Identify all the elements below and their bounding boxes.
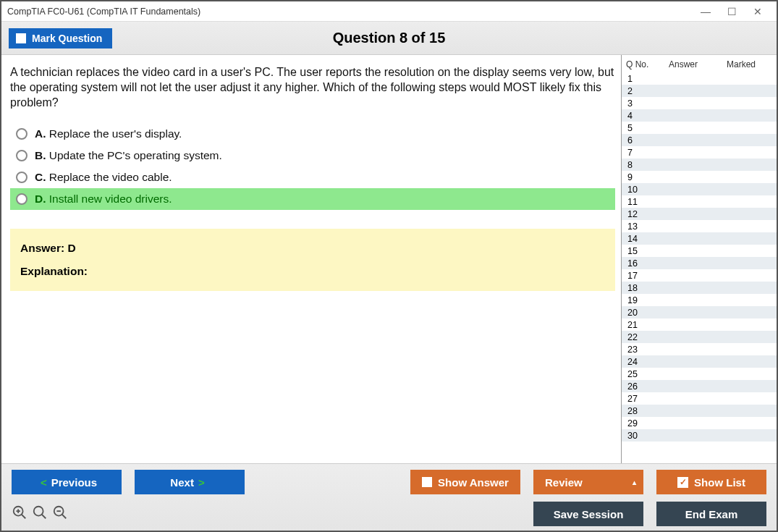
radio-icon (16, 150, 28, 161)
option-label: A. Replace the user's display. (35, 127, 182, 140)
nav-row[interactable]: 14 (622, 232, 777, 245)
end-exam-label: End Exam (685, 508, 738, 520)
zoom-reset-icon[interactable] (32, 504, 48, 523)
nav-row[interactable]: 2 (622, 85, 777, 97)
save-session-button[interactable]: Save Session (533, 502, 643, 526)
show-list-label: Show List (694, 476, 745, 489)
titlebar: CompTIA FC0-U61 (CompTIA IT Fundamentals… (1, 1, 777, 22)
end-exam-button[interactable]: End Exam (656, 502, 766, 526)
option-label: D. Install new video drivers. (35, 193, 172, 206)
nav-row[interactable]: 6 (622, 134, 777, 146)
question-nav-panel: Q No. Answer Marked 12345678910111213141… (621, 55, 777, 463)
nav-header-marked: Marked (709, 59, 774, 69)
nav-row[interactable]: 30 (622, 429, 777, 442)
option-B[interactable]: B. Update the PC's operating system. (10, 145, 615, 166)
show-answer-button[interactable]: Show Answer (410, 470, 520, 494)
svg-line-5 (42, 515, 46, 519)
question-header: Question 8 of 15 (333, 30, 446, 46)
nav-row[interactable]: 27 (622, 392, 777, 405)
maximize-button[interactable]: ☐ (719, 3, 745, 20)
chevron-right-icon: > (198, 476, 205, 489)
question-text: A technician replaces the video card in … (10, 65, 615, 110)
nav-row[interactable]: 3 (622, 97, 777, 109)
svg-line-1 (22, 515, 26, 519)
nav-row[interactable]: 4 (622, 109, 777, 122)
main-column: A technician replaces the video card in … (1, 55, 621, 463)
minimize-button[interactable]: — (693, 3, 719, 20)
options-list: A. Replace the user's display.B. Update … (10, 123, 615, 210)
radio-icon (16, 128, 28, 140)
previous-button[interactable]: < Previous (12, 470, 122, 494)
nav-row[interactable]: 15 (622, 245, 777, 257)
mark-question-label: Mark Question (32, 33, 102, 44)
nav-row[interactable]: 29 (622, 417, 777, 429)
close-button[interactable]: ✕ (745, 3, 771, 20)
review-label: Review (545, 476, 583, 489)
option-D[interactable]: D. Install new video drivers. (10, 188, 615, 210)
show-answer-label: Show Answer (438, 476, 509, 489)
radio-icon (16, 193, 28, 205)
svg-point-4 (34, 507, 43, 516)
nav-row[interactable]: 25 (622, 368, 777, 380)
toolbar: Mark Question Question 8 of 15 (1, 22, 777, 55)
nav-row[interactable]: 22 (622, 331, 777, 343)
nav-row[interactable]: 16 (622, 257, 777, 269)
option-A[interactable]: A. Replace the user's display. (10, 123, 615, 145)
save-session-label: Save Session (554, 508, 624, 520)
nav-row[interactable]: 1 (622, 72, 777, 85)
radio-icon (16, 172, 28, 183)
previous-label: Previous (51, 476, 97, 489)
window-title: CompTIA FC0-U61 (CompTIA IT Fundamentals… (7, 7, 200, 17)
nav-row[interactable]: 19 (622, 294, 777, 306)
checkbox-icon (16, 33, 26, 43)
answer-box: Answer: D Explanation: (10, 229, 615, 291)
chevron-left-icon: < (41, 476, 47, 489)
nav-row[interactable]: 17 (622, 269, 777, 282)
nav-row[interactable]: 8 (622, 159, 777, 171)
nav-row[interactable]: 24 (622, 355, 777, 368)
review-button[interactable]: Review (533, 470, 643, 494)
next-label: Next (170, 476, 194, 489)
next-button[interactable]: Next > (135, 470, 245, 494)
mark-question-button[interactable]: Mark Question (9, 28, 112, 48)
nav-row[interactable]: 20 (622, 306, 777, 318)
nav-row[interactable]: 11 (622, 195, 777, 208)
nav-row[interactable]: 5 (622, 122, 777, 134)
nav-header: Q No. Answer Marked (622, 55, 777, 72)
bottom-bar: < Previous Next > Show Answer Review ✓ S… (1, 463, 777, 531)
nav-row[interactable]: 26 (622, 380, 777, 392)
nav-list[interactable]: 1234567891011121314151617181920212223242… (622, 72, 777, 463)
checkbox-icon (422, 477, 432, 487)
checkbox-checked-icon: ✓ (677, 477, 688, 488)
zoom-controls (12, 504, 68, 523)
nav-header-answer: Answer (658, 59, 709, 69)
svg-line-7 (62, 515, 67, 519)
nav-row[interactable]: 9 (622, 171, 777, 183)
nav-row[interactable]: 28 (622, 405, 777, 417)
nav-row[interactable]: 7 (622, 146, 777, 159)
explanation-label: Explanation: (20, 265, 605, 278)
app-window: CompTIA FC0-U61 (CompTIA IT Fundamentals… (0, 0, 778, 532)
answer-line: Answer: D (20, 242, 605, 255)
nav-row[interactable]: 23 (622, 343, 777, 355)
show-list-button[interactable]: ✓ Show List (656, 470, 766, 494)
option-label: C. Replace the video cable. (35, 171, 172, 184)
nav-header-qno: Q No. (626, 59, 658, 69)
zoom-out-icon[interactable] (52, 504, 68, 523)
option-label: B. Update the PC's operating system. (35, 149, 222, 162)
nav-row[interactable]: 12 (622, 208, 777, 220)
nav-row[interactable]: 13 (622, 220, 777, 232)
nav-row[interactable]: 21 (622, 318, 777, 331)
nav-row[interactable]: 10 (622, 183, 777, 195)
zoom-in-icon[interactable] (12, 504, 28, 523)
body-area: A technician replaces the video card in … (1, 55, 777, 463)
option-C[interactable]: C. Replace the video cable. (10, 166, 615, 188)
nav-row[interactable]: 18 (622, 282, 777, 294)
